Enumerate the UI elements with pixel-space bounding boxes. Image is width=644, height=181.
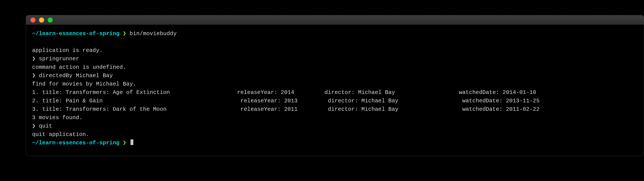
blank-line: [32, 38, 638, 46]
sub-prompt-icon: ❯: [32, 72, 36, 79]
sub-command: quit: [39, 123, 52, 129]
titlebar: [26, 15, 644, 25]
sub-command: springrunner: [39, 56, 79, 62]
prompt-arrow-icon: ❯: [123, 30, 126, 37]
output-line: 3 movies found.: [32, 114, 638, 122]
prompt-line-active[interactable]: ~/learn-essences-of-spring ❯: [32, 139, 638, 147]
output-line: find for movies by Michael Bay.: [32, 80, 638, 88]
sub-prompt-line: ❯ quit: [32, 122, 638, 130]
close-icon[interactable]: [30, 18, 36, 22]
prompt-line: ~/learn-essences-of-spring ❯ bin/moviebu…: [32, 30, 638, 38]
sub-prompt-line: ❯ directedBy Michael Bay: [32, 72, 638, 80]
command-text: bin/moviebuddy: [130, 30, 176, 37]
output-line: command action is undefined.: [32, 63, 638, 72]
cursor-icon: [130, 140, 133, 145]
prompt-path: ~/learn-essences-of-spring: [32, 30, 120, 37]
terminal-body[interactable]: ~/learn-essences-of-spring ❯ bin/moviebu…: [26, 25, 644, 156]
sub-prompt-icon: ❯: [32, 56, 36, 62]
result-row: 1. title: Transformers: Age of Extinctio…: [32, 88, 638, 97]
sub-command: directedBy Michael Bay: [39, 72, 113, 79]
maximize-icon[interactable]: [48, 18, 53, 22]
terminal-window: ~/learn-essences-of-spring ❯ bin/moviebu…: [26, 15, 644, 156]
result-row: 2. title: Pain & Gain releaseYear: 2013 …: [32, 97, 638, 105]
sub-prompt-line: ❯ springrunner: [32, 55, 638, 63]
prompt-path: ~/learn-essences-of-spring: [32, 140, 120, 146]
sub-prompt-icon: ❯: [32, 123, 36, 129]
result-row: 3. title: Transformers: Dark of the Moon…: [32, 105, 638, 114]
minimize-icon[interactable]: [39, 18, 44, 22]
output-line: quit application.: [32, 130, 638, 139]
output-line: application is ready.: [32, 46, 638, 55]
prompt-arrow-icon: ❯: [123, 140, 126, 146]
